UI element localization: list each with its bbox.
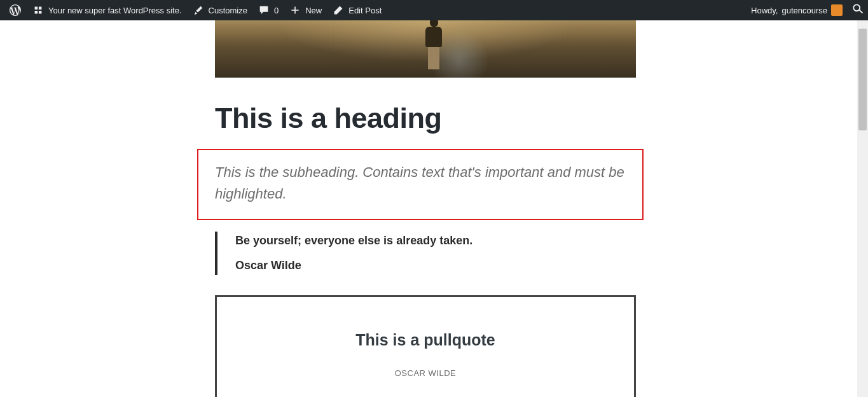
pullquote: This is a pullquote OSCAR WILDE [215,295,636,397]
pullquote-author: OSCAR WILDE [395,368,457,378]
wp-admin-bar: Your new super fast WordPress site. Cust… [0,0,868,20]
search-icon [852,4,864,17]
new-link[interactable]: New [284,0,327,20]
hero-image [215,20,636,78]
customize-link[interactable]: Customize [187,0,252,20]
new-label: New [305,6,322,15]
wp-logo-link[interactable] [4,0,27,20]
howdy-prefix: Howdy, [751,6,778,15]
comments-icon [258,4,270,17]
username: gutencourse [782,6,827,15]
blockquote-text: Be yourself; everyone else is already ta… [235,234,645,247]
blockquote: Be yourself; everyone else is already ta… [215,232,645,275]
plus-icon [289,4,301,17]
scrollbar-track[interactable] [857,11,868,397]
wordpress-icon [9,4,22,17]
highlighted-subheading-box: This is the subheading. Contains text th… [197,149,644,220]
account-link[interactable]: Howdy, gutencourse [746,0,848,20]
admin-bar-left: Your new super fast WordPress site. Cust… [0,0,387,20]
site-title: Your new super fast WordPress site. [48,6,182,15]
search-button[interactable] [848,0,868,20]
site-name-link[interactable]: Your new super fast WordPress site. [27,0,187,20]
page-viewport: This is a heading This is the subheading… [0,20,857,397]
comments-link[interactable]: 0 [252,0,284,20]
edit-post-label: Edit Post [348,6,382,15]
post-content: This is a heading This is the subheading… [212,20,645,397]
scrollbar-thumb[interactable] [858,29,867,130]
hero-figure [421,20,446,69]
customize-label: Customize [209,6,247,15]
pencil-icon [332,4,345,17]
comments-count: 0 [274,6,279,15]
avatar [831,4,843,16]
brush-icon [192,4,205,17]
dashboard-icon [32,4,45,17]
page-heading: This is a heading [215,102,645,135]
admin-bar-right: Howdy, gutencourse [746,0,868,20]
edit-post-link[interactable]: Edit Post [327,0,387,20]
subheading-text: This is the subheading. Contains text th… [215,162,626,205]
pullquote-text: This is a pullquote [355,331,495,349]
blockquote-author: Oscar Wilde [235,259,645,272]
